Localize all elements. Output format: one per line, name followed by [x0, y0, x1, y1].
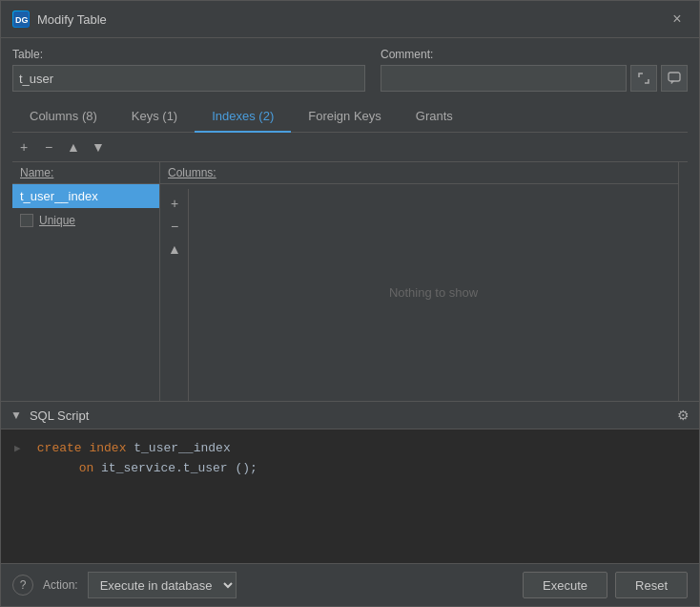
main-content: Table: Comment: — [1, 38, 699, 401]
move-down-button[interactable]: ▼ — [87, 136, 110, 157]
modify-table-window: DG Modify Table × Table: Comment: — [0, 0, 700, 607]
sql-script-label: SQL Script — [30, 408, 677, 423]
svg-rect-2 — [669, 73, 680, 81]
tab-columns[interactable]: Columns (8) — [12, 101, 114, 133]
columns-panel-header: Columns: — [160, 162, 678, 184]
sql-line-marker-1: ▶ — [14, 441, 30, 458]
sql-index-name: t_user__index — [134, 441, 230, 455]
tab-foreign-keys[interactable]: Foreign Keys — [291, 101, 399, 133]
indexes-panel-area: Name: t_user__index Unique Columns: + − … — [12, 162, 688, 401]
table-field-group: Table: — [12, 48, 365, 92]
sql-gear-icon[interactable]: ⚙ — [677, 408, 690, 423]
window-title: Modify Table — [37, 12, 667, 27]
svg-text:DG: DG — [15, 15, 29, 25]
app-icon: DG — [12, 10, 30, 28]
move-up-button[interactable]: ▲ — [62, 136, 85, 157]
add-column-button[interactable]: + — [164, 193, 185, 214]
move-column-up-button[interactable]: ▲ — [164, 239, 185, 260]
index-list-panel: Name: t_user__index Unique — [12, 162, 160, 401]
comment-expand-button[interactable] — [630, 65, 657, 92]
columns-panel: Columns: + − ▲ Nothing to show — [160, 162, 678, 401]
panel-scrollbar[interactable] — [678, 162, 688, 401]
nothing-to-show-text: Nothing to show — [389, 285, 478, 300]
comment-input[interactable] — [381, 65, 627, 92]
sql-index-keyword: index — [89, 441, 126, 455]
table-label: Table: — [12, 48, 365, 61]
table-input[interactable] — [12, 65, 365, 92]
bottom-right-buttons: Execute Reset — [523, 572, 688, 598]
indexes-toolbar: + − ▲ ▼ — [12, 133, 688, 162]
remove-index-button[interactable]: − — [37, 136, 60, 157]
comment-action-button[interactable] — [661, 65, 688, 92]
comment-row — [381, 65, 688, 92]
unique-label: Unique — [39, 214, 75, 227]
index-item[interactable]: t_user__index — [12, 184, 159, 208]
sql-script-section: ▼ SQL Script ⚙ ▶ create index t_user__in… — [1, 401, 699, 563]
columns-toolbar: + − ▲ — [160, 189, 189, 401]
bottom-bar: ? Action: Execute in database Generate t… — [1, 563, 699, 606]
unique-checkbox[interactable] — [20, 214, 33, 227]
close-button[interactable]: × — [667, 9, 688, 30]
title-bar: DG Modify Table × — [1, 1, 699, 38]
unique-row: Unique — [12, 208, 159, 233]
tabs-bar: Columns (8) Keys (1) Indexes (2) Foreign… — [12, 101, 688, 133]
add-index-button[interactable]: + — [12, 136, 35, 157]
columns-empty-state: Nothing to show — [189, 184, 678, 401]
action-select[interactable]: Execute in database Generate to console … — [88, 572, 237, 598]
help-button[interactable]: ? — [12, 575, 33, 596]
sql-line-1: ▶ create index t_user__index — [14, 439, 686, 459]
sql-line-2: on it_service.t_user (); — [14, 459, 686, 479]
name-column-header: Name: — [12, 162, 159, 184]
sql-chevron-icon: ▼ — [10, 408, 22, 422]
sql-script-body: ▶ create index t_user__index on it_servi… — [1, 429, 699, 563]
tab-keys[interactable]: Keys (1) — [114, 101, 195, 133]
remove-column-button[interactable]: − — [164, 216, 185, 237]
chat-icon — [668, 72, 681, 85]
top-fields-row: Table: Comment: — [12, 48, 688, 92]
sql-script-header[interactable]: ▼ SQL Script ⚙ — [1, 402, 699, 429]
execute-button[interactable]: Execute — [523, 572, 607, 598]
sql-create-keyword: create — [37, 441, 82, 455]
comment-field-group: Comment: — [381, 48, 688, 92]
sql-on-value: it_service.t_user (); — [101, 461, 257, 475]
sql-on-keyword: on — [79, 461, 94, 475]
comment-label: Comment: — [381, 48, 688, 61]
tab-indexes[interactable]: Indexes (2) — [195, 101, 291, 133]
reset-button[interactable]: Reset — [615, 572, 688, 598]
action-label: Action: — [43, 578, 78, 592]
expand-icon — [638, 73, 649, 84]
tab-grants[interactable]: Grants — [399, 101, 470, 133]
